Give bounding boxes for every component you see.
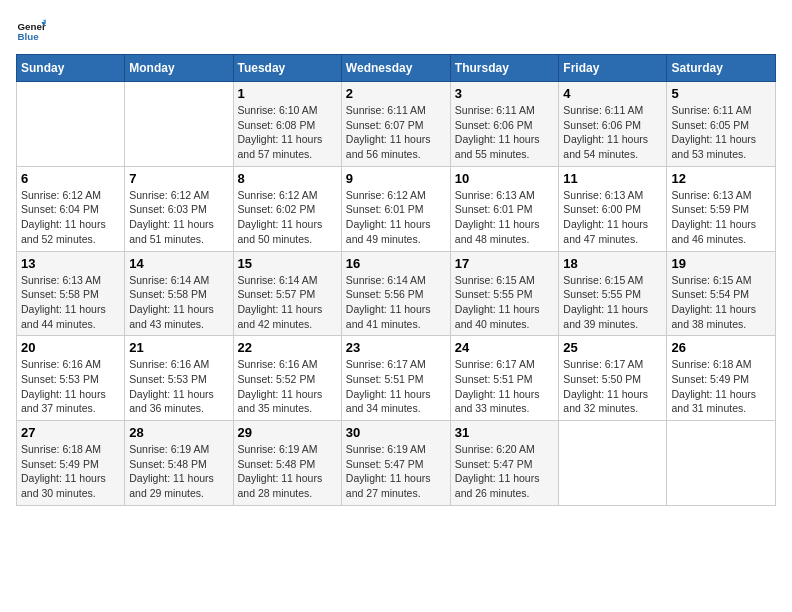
calendar-cell: 26Sunrise: 6:18 AM Sunset: 5:49 PM Dayli… (667, 336, 776, 421)
day-number: 17 (455, 256, 555, 271)
calendar-cell: 12Sunrise: 6:13 AM Sunset: 5:59 PM Dayli… (667, 166, 776, 251)
day-number: 21 (129, 340, 228, 355)
day-number: 29 (238, 425, 337, 440)
weekday-header-saturday: Saturday (667, 55, 776, 82)
day-info: Sunrise: 6:13 AM Sunset: 5:58 PM Dayligh… (21, 273, 120, 332)
day-number: 14 (129, 256, 228, 271)
calendar-cell: 27Sunrise: 6:18 AM Sunset: 5:49 PM Dayli… (17, 421, 125, 506)
day-number: 28 (129, 425, 228, 440)
day-info: Sunrise: 6:15 AM Sunset: 5:54 PM Dayligh… (671, 273, 771, 332)
calendar-cell: 9Sunrise: 6:12 AM Sunset: 6:01 PM Daylig… (341, 166, 450, 251)
calendar-cell (667, 421, 776, 506)
day-number: 30 (346, 425, 446, 440)
day-number: 12 (671, 171, 771, 186)
calendar-cell: 8Sunrise: 6:12 AM Sunset: 6:02 PM Daylig… (233, 166, 341, 251)
day-number: 7 (129, 171, 228, 186)
calendar-cell (125, 82, 233, 167)
day-info: Sunrise: 6:14 AM Sunset: 5:56 PM Dayligh… (346, 273, 446, 332)
day-info: Sunrise: 6:14 AM Sunset: 5:58 PM Dayligh… (129, 273, 228, 332)
day-info: Sunrise: 6:16 AM Sunset: 5:53 PM Dayligh… (21, 357, 120, 416)
day-info: Sunrise: 6:17 AM Sunset: 5:51 PM Dayligh… (455, 357, 555, 416)
calendar-cell: 22Sunrise: 6:16 AM Sunset: 5:52 PM Dayli… (233, 336, 341, 421)
day-number: 6 (21, 171, 120, 186)
calendar-cell: 7Sunrise: 6:12 AM Sunset: 6:03 PM Daylig… (125, 166, 233, 251)
calendar-cell (17, 82, 125, 167)
day-number: 13 (21, 256, 120, 271)
weekday-header-friday: Friday (559, 55, 667, 82)
calendar-cell: 29Sunrise: 6:19 AM Sunset: 5:48 PM Dayli… (233, 421, 341, 506)
weekday-header-wednesday: Wednesday (341, 55, 450, 82)
calendar-week-row: 6Sunrise: 6:12 AM Sunset: 6:04 PM Daylig… (17, 166, 776, 251)
day-info: Sunrise: 6:12 AM Sunset: 6:01 PM Dayligh… (346, 188, 446, 247)
day-info: Sunrise: 6:13 AM Sunset: 6:00 PM Dayligh… (563, 188, 662, 247)
day-number: 18 (563, 256, 662, 271)
calendar-cell: 28Sunrise: 6:19 AM Sunset: 5:48 PM Dayli… (125, 421, 233, 506)
calendar-week-row: 1Sunrise: 6:10 AM Sunset: 6:08 PM Daylig… (17, 82, 776, 167)
calendar-cell: 24Sunrise: 6:17 AM Sunset: 5:51 PM Dayli… (450, 336, 559, 421)
day-number: 11 (563, 171, 662, 186)
day-info: Sunrise: 6:16 AM Sunset: 5:53 PM Dayligh… (129, 357, 228, 416)
calendar-table: SundayMondayTuesdayWednesdayThursdayFrid… (16, 54, 776, 506)
calendar-cell: 2Sunrise: 6:11 AM Sunset: 6:07 PM Daylig… (341, 82, 450, 167)
day-info: Sunrise: 6:11 AM Sunset: 6:05 PM Dayligh… (671, 103, 771, 162)
day-number: 1 (238, 86, 337, 101)
weekday-header-tuesday: Tuesday (233, 55, 341, 82)
weekday-header-monday: Monday (125, 55, 233, 82)
logo: General Blue (16, 16, 54, 46)
day-info: Sunrise: 6:10 AM Sunset: 6:08 PM Dayligh… (238, 103, 337, 162)
day-info: Sunrise: 6:16 AM Sunset: 5:52 PM Dayligh… (238, 357, 337, 416)
day-number: 22 (238, 340, 337, 355)
calendar-cell: 14Sunrise: 6:14 AM Sunset: 5:58 PM Dayli… (125, 251, 233, 336)
day-number: 2 (346, 86, 446, 101)
weekday-header-thursday: Thursday (450, 55, 559, 82)
day-info: Sunrise: 6:17 AM Sunset: 5:50 PM Dayligh… (563, 357, 662, 416)
calendar-week-row: 27Sunrise: 6:18 AM Sunset: 5:49 PM Dayli… (17, 421, 776, 506)
calendar-cell: 23Sunrise: 6:17 AM Sunset: 5:51 PM Dayli… (341, 336, 450, 421)
day-info: Sunrise: 6:13 AM Sunset: 6:01 PM Dayligh… (455, 188, 555, 247)
day-info: Sunrise: 6:12 AM Sunset: 6:04 PM Dayligh… (21, 188, 120, 247)
day-number: 8 (238, 171, 337, 186)
calendar-cell: 20Sunrise: 6:16 AM Sunset: 5:53 PM Dayli… (17, 336, 125, 421)
day-number: 24 (455, 340, 555, 355)
calendar-cell: 4Sunrise: 6:11 AM Sunset: 6:06 PM Daylig… (559, 82, 667, 167)
calendar-week-row: 13Sunrise: 6:13 AM Sunset: 5:58 PM Dayli… (17, 251, 776, 336)
day-info: Sunrise: 6:15 AM Sunset: 5:55 PM Dayligh… (563, 273, 662, 332)
day-info: Sunrise: 6:11 AM Sunset: 6:07 PM Dayligh… (346, 103, 446, 162)
calendar-cell: 6Sunrise: 6:12 AM Sunset: 6:04 PM Daylig… (17, 166, 125, 251)
calendar-cell (559, 421, 667, 506)
calendar-cell: 5Sunrise: 6:11 AM Sunset: 6:05 PM Daylig… (667, 82, 776, 167)
day-info: Sunrise: 6:14 AM Sunset: 5:57 PM Dayligh… (238, 273, 337, 332)
calendar-cell: 25Sunrise: 6:17 AM Sunset: 5:50 PM Dayli… (559, 336, 667, 421)
day-number: 26 (671, 340, 771, 355)
weekday-header-row: SundayMondayTuesdayWednesdayThursdayFrid… (17, 55, 776, 82)
day-info: Sunrise: 6:11 AM Sunset: 6:06 PM Dayligh… (455, 103, 555, 162)
calendar-cell: 17Sunrise: 6:15 AM Sunset: 5:55 PM Dayli… (450, 251, 559, 336)
calendar-cell: 10Sunrise: 6:13 AM Sunset: 6:01 PM Dayli… (450, 166, 559, 251)
weekday-header-sunday: Sunday (17, 55, 125, 82)
day-number: 23 (346, 340, 446, 355)
logo-icon: General Blue (16, 16, 46, 46)
day-number: 27 (21, 425, 120, 440)
day-number: 15 (238, 256, 337, 271)
calendar-cell: 13Sunrise: 6:13 AM Sunset: 5:58 PM Dayli… (17, 251, 125, 336)
calendar-cell: 31Sunrise: 6:20 AM Sunset: 5:47 PM Dayli… (450, 421, 559, 506)
day-number: 20 (21, 340, 120, 355)
day-number: 5 (671, 86, 771, 101)
day-info: Sunrise: 6:12 AM Sunset: 6:03 PM Dayligh… (129, 188, 228, 247)
calendar-cell: 21Sunrise: 6:16 AM Sunset: 5:53 PM Dayli… (125, 336, 233, 421)
calendar-cell: 30Sunrise: 6:19 AM Sunset: 5:47 PM Dayli… (341, 421, 450, 506)
calendar-cell: 19Sunrise: 6:15 AM Sunset: 5:54 PM Dayli… (667, 251, 776, 336)
day-info: Sunrise: 6:19 AM Sunset: 5:47 PM Dayligh… (346, 442, 446, 501)
day-number: 10 (455, 171, 555, 186)
day-info: Sunrise: 6:20 AM Sunset: 5:47 PM Dayligh… (455, 442, 555, 501)
calendar-cell: 16Sunrise: 6:14 AM Sunset: 5:56 PM Dayli… (341, 251, 450, 336)
day-number: 4 (563, 86, 662, 101)
day-info: Sunrise: 6:18 AM Sunset: 5:49 PM Dayligh… (21, 442, 120, 501)
page-header: General Blue (16, 16, 776, 46)
day-number: 16 (346, 256, 446, 271)
day-info: Sunrise: 6:11 AM Sunset: 6:06 PM Dayligh… (563, 103, 662, 162)
day-number: 19 (671, 256, 771, 271)
day-info: Sunrise: 6:13 AM Sunset: 5:59 PM Dayligh… (671, 188, 771, 247)
day-number: 3 (455, 86, 555, 101)
calendar-week-row: 20Sunrise: 6:16 AM Sunset: 5:53 PM Dayli… (17, 336, 776, 421)
